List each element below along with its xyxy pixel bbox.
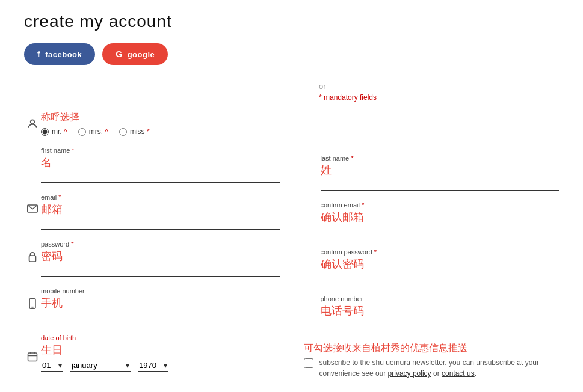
mobile-hint: 手机	[41, 296, 280, 310]
last-name-input[interactable]	[321, 179, 560, 191]
radio-mr-input[interactable]	[41, 128, 49, 136]
email-wrapper: email * 邮箱	[41, 194, 280, 230]
contact-us-link[interactable]: contact us	[442, 369, 475, 378]
newsletter-hint: 可勾选接收来自植村秀的优惠信息推送	[304, 342, 560, 355]
last-name-wrapper: last name * 姓	[321, 155, 560, 191]
email-label: email *	[41, 194, 280, 201]
last-name-label: last name *	[321, 155, 560, 162]
confirm-email-wrapper: confirm email * 确认邮箱	[321, 201, 560, 237]
dob-day-wrap: 0102030405060708091011121314151617181920…	[41, 360, 63, 372]
left-column: 称呼选择 mr. ^ mrs. ^ miss *	[24, 111, 280, 391]
dob-label: date of birth	[41, 334, 280, 341]
dob-row: date of birth 生日 01020304050607080910111…	[24, 334, 280, 372]
facebook-label: facebook	[45, 50, 82, 59]
newsletter-text: subscribe to the shu uemura newsletter. …	[319, 357, 560, 379]
privacy-policy-link-newsletter[interactable]: privacy policy	[388, 369, 431, 378]
confirm-email-input[interactable]	[321, 225, 560, 237]
confirm-email-hint: 确认邮箱	[321, 210, 560, 224]
form-grid: 称呼选择 mr. ^ mrs. ^ miss *	[24, 111, 559, 391]
radio-miss[interactable]: miss *	[119, 127, 150, 136]
svg-rect-5	[28, 353, 37, 361]
phone-input[interactable]	[321, 319, 560, 331]
right-spacer	[304, 111, 560, 155]
dob-month-select[interactable]: januaryfebruarymarchaprilmayjunejulyaugu…	[70, 360, 131, 372]
email-icon	[24, 204, 41, 213]
first-name-input[interactable]	[41, 171, 280, 183]
right-column: last name * 姓 confirm email * 确认邮箱 c	[304, 111, 560, 391]
mobile-input[interactable]	[41, 311, 280, 323]
google-label: google	[128, 50, 155, 59]
radio-mr[interactable]: mr. ^	[41, 127, 67, 136]
svg-point-0	[31, 120, 35, 124]
password-row: password * 密码	[24, 240, 280, 277]
confirm-email-label: confirm email *	[321, 201, 560, 209]
dob-year-select[interactable]: 1940194119421943194419451946194719481949…	[138, 360, 168, 372]
dob-hint: 生日	[41, 343, 280, 357]
dob-wrapper: date of birth 生日 01020304050607080910111…	[41, 334, 280, 372]
radio-miss-label: miss *	[130, 127, 150, 136]
google-button[interactable]: G google	[102, 43, 168, 65]
newsletter-row: subscribe to the shu uemura newsletter. …	[304, 357, 560, 379]
radio-miss-input[interactable]	[119, 128, 127, 136]
newsletter-or: or	[433, 369, 440, 378]
confirm-email-row: confirm email * 确认邮箱	[304, 201, 560, 237]
mandatory-note: * mandatory fields	[319, 93, 559, 102]
email-row: email * 邮箱	[24, 194, 280, 230]
calendar-icon	[24, 351, 41, 362]
phone-hint: 电话号码	[321, 304, 560, 318]
dob-day-select[interactable]: 0102030405060708091011121314151617181920…	[41, 360, 63, 372]
or-divider: or	[319, 82, 559, 91]
phone-wrapper: phone number 电话号码	[321, 295, 560, 331]
person-icon	[24, 118, 41, 130]
password-hint: 密码	[41, 249, 280, 263]
radio-group: mr. ^ mrs. ^ miss *	[41, 127, 280, 136]
password-input[interactable]	[41, 265, 280, 277]
email-hint: 邮箱	[41, 202, 280, 216]
newsletter-checkbox[interactable]	[304, 358, 313, 368]
mobile-row: mobile number 手机	[24, 287, 280, 323]
first-name-label: first name *	[41, 147, 280, 154]
password-wrapper: password * 密码	[41, 240, 280, 277]
facebook-button[interactable]: f facebook	[24, 43, 95, 65]
radio-mrs[interactable]: mrs. ^	[78, 127, 108, 136]
confirm-password-label: confirm password *	[321, 248, 560, 256]
newsletter-section: 可勾选接收来自植村秀的优惠信息推送 subscribe to the shu u…	[304, 342, 560, 379]
first-name-row: first name * 名	[24, 147, 280, 183]
email-input[interactable]	[41, 218, 280, 230]
mobile-icon	[24, 298, 41, 309]
mobile-label: mobile number	[41, 287, 280, 295]
salutation-row: 称呼选择 mr. ^ mrs. ^ miss *	[24, 111, 280, 136]
phone-row: phone number 电话号码	[304, 295, 560, 331]
lock-icon	[24, 251, 41, 262]
mobile-wrapper: mobile number 手机	[41, 287, 280, 323]
salutation-label: 称呼选择	[41, 111, 280, 124]
confirm-password-wrapper: confirm password * 确认密码	[321, 248, 560, 284]
social-buttons-container: f facebook G google	[24, 43, 559, 65]
facebook-icon: f	[37, 49, 40, 59]
google-icon: G	[116, 49, 122, 59]
password-label: password *	[41, 240, 280, 248]
confirm-password-input[interactable]	[321, 272, 560, 284]
radio-mrs-label: mrs. ^	[89, 127, 108, 136]
confirm-password-row: confirm password * 确认密码	[304, 248, 560, 284]
radio-mrs-input[interactable]	[78, 128, 86, 136]
svg-rect-2	[29, 256, 36, 262]
dob-selects: 0102030405060708091011121314151617181920…	[41, 360, 280, 372]
last-name-hint: 姓	[321, 163, 560, 177]
page-title: create my account	[24, 12, 559, 31]
last-name-row: last name * 姓	[304, 155, 560, 191]
dob-year-wrap: 1940194119421943194419451946194719481949…	[138, 360, 168, 372]
salutation-inner: 称呼选择 mr. ^ mrs. ^ miss *	[41, 111, 280, 136]
radio-mr-label: mr. ^	[52, 127, 67, 136]
first-name-wrapper: first name * 名	[41, 147, 280, 183]
dob-month-wrap: januaryfebruarymarchaprilmayjunejulyaugu…	[70, 360, 131, 372]
first-name-hint: 名	[41, 155, 280, 170]
confirm-password-hint: 确认密码	[321, 257, 560, 271]
phone-label: phone number	[321, 295, 560, 302]
